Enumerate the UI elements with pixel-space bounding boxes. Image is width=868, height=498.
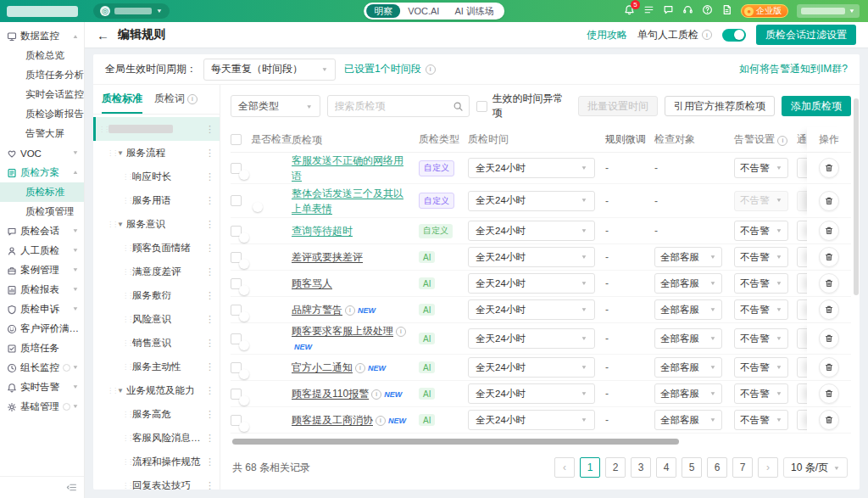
qc-item-link[interactable]: 查询等待超时 xyxy=(292,225,353,237)
period-select[interactable]: 每天重复（时间段）▼ xyxy=(203,59,336,81)
sidebar-item-基础管理[interactable]: 基础管理▼ xyxy=(0,397,84,417)
sidebar-item-质检诊断报告[interactable]: 质检诊断报告 xyxy=(0,104,84,124)
page-button-6[interactable]: 6 xyxy=(707,457,727,478)
tree-node-响应时长[interactable]: ⋮⋮响应时长⋮ xyxy=(93,165,220,188)
sidebar-item-人工质检[interactable]: 人工质检▼ xyxy=(0,241,84,260)
qc-item-link[interactable]: 差评或要挟差评 xyxy=(292,251,363,263)
drag-handle-icon[interactable]: ⋮⋮ xyxy=(122,268,132,276)
check-target-select[interactable]: 全部客服▼ xyxy=(654,410,722,430)
drag-handle-icon[interactable]: ⋮⋮ xyxy=(122,458,132,466)
drag-handle-icon[interactable]: ⋮⋮ xyxy=(122,292,132,299)
drag-handle-icon[interactable]: ⋮⋮ xyxy=(107,149,117,157)
notify-select-clipped[interactable] xyxy=(797,191,807,211)
sidebar-item-质培任务分析[interactable]: 质培任务分析 xyxy=(0,65,84,85)
vertical-scrollbar[interactable] xyxy=(854,98,859,295)
alarm-setting-select[interactable]: 不告警▼ xyxy=(734,158,788,178)
alarm-setting-select[interactable]: 不告警▼ xyxy=(734,410,788,430)
page-button-7[interactable]: 7 xyxy=(732,457,753,478)
notify-select-clipped[interactable] xyxy=(797,328,807,349)
qc-item-link[interactable]: 顾客提及工商消协 xyxy=(292,414,373,426)
drag-handle-icon[interactable]: ⋮⋮ xyxy=(98,126,108,133)
usage-guide-link[interactable]: 使用攻略 xyxy=(587,28,627,42)
drag-handle-icon[interactable]: ⋮⋮ xyxy=(122,316,132,323)
more-actions-icon[interactable]: ⋮ xyxy=(205,219,214,230)
delete-row-button[interactable] xyxy=(819,410,839,430)
page-button-2[interactable]: 2 xyxy=(605,457,626,478)
search-input[interactable] xyxy=(335,100,453,112)
tab-qc-words[interactable]: 质检词i xyxy=(154,92,198,114)
batch-set-time-button[interactable]: 批量设置时间 xyxy=(578,96,658,116)
more-actions-icon[interactable]: ⋮ xyxy=(205,314,214,325)
sidebar-item-质检申诉[interactable]: 质检申诉▼ xyxy=(0,299,84,319)
more-actions-icon[interactable]: ⋮ xyxy=(205,290,214,301)
more-actions-icon[interactable]: ⋮ xyxy=(205,171,214,182)
time-slot-set-link[interactable]: 已设置1个时间段 xyxy=(344,62,421,76)
headset-icon[interactable] xyxy=(682,4,693,18)
drag-handle-icon[interactable]: ⋮⋮ xyxy=(107,387,117,394)
prev-page-button[interactable]: ‹ xyxy=(554,457,575,478)
qc-item-link[interactable]: 客服发送不正确的网络用语 xyxy=(292,154,403,182)
single-sentence-qc-toggle[interactable] xyxy=(722,29,746,42)
sidebar-item-质检方案[interactable]: 质检方案▲ xyxy=(0,163,84,182)
qc-item-link[interactable]: 整体会话发送三个及其以上单表情 xyxy=(292,187,403,215)
qc-item-link[interactable]: 顾客提及110报警 xyxy=(292,388,369,400)
delete-row-button[interactable] xyxy=(819,273,839,294)
cite-official-items-button[interactable]: 引用官方推荐质检项 xyxy=(665,96,775,116)
delete-row-button[interactable] xyxy=(819,247,839,267)
qc-time-select[interactable]: 全天24小时▼ xyxy=(468,357,595,378)
check-target-select[interactable]: 全部客服▼ xyxy=(654,299,722,320)
sidebar-item-数据监控[interactable]: 数据监控▲ xyxy=(0,26,84,46)
nav-tab-voc-ai[interactable]: VOC.AI xyxy=(400,4,447,18)
tree-node-服务用语[interactable]: ⋮⋮服务用语⋮ xyxy=(93,188,220,212)
drag-handle-icon[interactable]: ⋮⋮ xyxy=(122,363,132,371)
delete-row-button[interactable] xyxy=(819,221,839,241)
alarm-setting-select[interactable]: 不告警▼ xyxy=(734,383,788,404)
tree-node-回复表达技巧[interactable]: ⋮⋮回复表达技巧⋮ xyxy=(93,473,220,490)
notify-select-clipped[interactable] xyxy=(797,221,807,241)
qc-item-link[interactable]: 官方小二通知 xyxy=(292,361,353,373)
delete-row-button[interactable] xyxy=(819,383,839,404)
qc-item-link[interactable]: 品牌方警告 xyxy=(292,304,342,316)
sidebar-item-告警大屏[interactable]: 告警大屏 xyxy=(0,124,84,143)
qc-item-link[interactable]: 顾客骂人 xyxy=(292,277,332,289)
caret-down-icon[interactable]: ▼ xyxy=(117,149,124,157)
check-target-select[interactable]: 全部客服▼ xyxy=(654,247,722,267)
delete-row-button[interactable] xyxy=(819,299,839,320)
notify-select-clipped[interactable] xyxy=(797,299,807,320)
alarm-setting-select[interactable]: 不告警▼ xyxy=(734,299,788,320)
more-actions-icon[interactable]: ⋮ xyxy=(205,124,214,135)
qc-time-select[interactable]: 全天24小时▼ xyxy=(468,273,595,294)
sidebar-item-实时会话监控[interactable]: 实时会话监控 xyxy=(0,85,84,104)
more-actions-icon[interactable]: ⋮ xyxy=(205,433,214,444)
notify-select-clipped[interactable] xyxy=(797,273,807,294)
tree-node-流程和操作规范[interactable]: ⋮⋮流程和操作规范⋮ xyxy=(93,450,220,473)
info-icon[interactable]: i xyxy=(702,30,712,40)
qc-time-select[interactable]: 全天24小时▼ xyxy=(468,191,595,211)
alarm-setting-select[interactable]: 不告警▼ xyxy=(734,191,788,211)
drag-handle-icon[interactable]: ⋮⋮ xyxy=(122,434,132,442)
bell-icon[interactable]: 5 xyxy=(624,4,635,18)
alarm-setting-select[interactable]: 不告警▼ xyxy=(734,357,788,378)
tree-node-redacted[interactable]: ⋮⋮⋮ xyxy=(93,117,220,141)
qc-item-link[interactable]: 顾客要求客服上级处理 xyxy=(292,325,393,337)
tree-node-风险意识[interactable]: ⋮⋮风险意识⋮ xyxy=(93,307,220,331)
notify-select-clipped[interactable] xyxy=(797,247,807,267)
more-actions-icon[interactable]: ⋮ xyxy=(205,480,214,490)
search-icon[interactable] xyxy=(453,101,464,112)
qc-time-select[interactable]: 全天24小时▼ xyxy=(468,158,595,178)
info-icon[interactable]: i xyxy=(371,389,381,400)
help-icon[interactable] xyxy=(702,4,713,18)
more-actions-icon[interactable]: ⋮ xyxy=(205,385,214,396)
more-actions-icon[interactable]: ⋮ xyxy=(205,195,214,206)
alarm-setting-select[interactable]: 不告警▼ xyxy=(734,221,788,241)
workspace-selector[interactable]: ◎ ▼ xyxy=(93,3,170,19)
sidebar-item-质检报表[interactable]: 质检报表▼ xyxy=(0,280,84,299)
sidebar-item-质培任务[interactable]: 质培任务 xyxy=(0,339,84,358)
notify-select-clipped[interactable] xyxy=(797,357,807,378)
alarm-setting-select[interactable]: 不告警▼ xyxy=(734,273,788,294)
notify-select-clipped[interactable] xyxy=(797,383,807,404)
collapse-sidebar-icon[interactable] xyxy=(66,482,77,493)
drag-handle-icon[interactable]: ⋮⋮ xyxy=(107,221,117,228)
more-actions-icon[interactable]: ⋮ xyxy=(205,148,214,159)
tree-node-销售意识[interactable]: ⋮⋮销售意识⋮ xyxy=(93,331,220,355)
